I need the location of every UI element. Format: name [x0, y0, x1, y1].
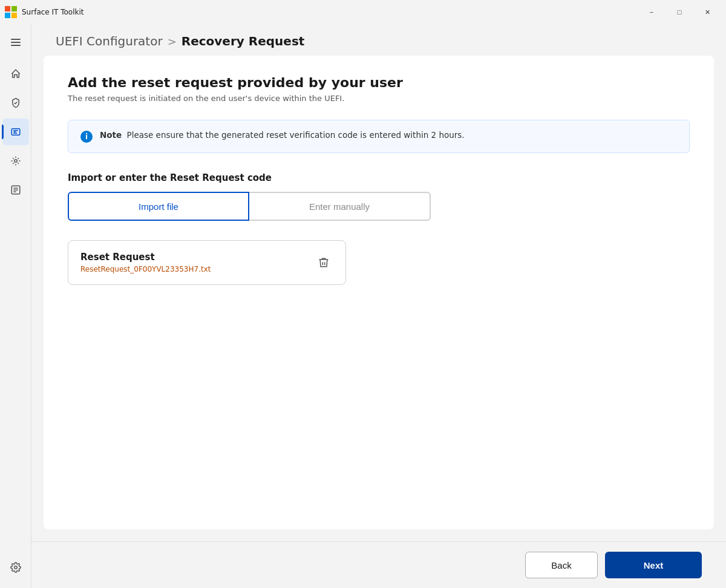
breadcrumb: UEFI Configurator > Recovery Request [56, 34, 702, 48]
import-label: Import or enter the Reset Request code [68, 172, 690, 183]
trash-icon [318, 256, 330, 269]
file-info: Reset Request ResetRequest_0F00YVL23353H… [80, 252, 211, 273]
delete-file-button[interactable] [314, 253, 333, 272]
svg-rect-3 [11, 13, 17, 18]
back-button[interactable]: Back [525, 552, 598, 578]
info-icon: i [80, 131, 93, 143]
titlebar: Surface IT Toolkit − □ ✕ [0, 0, 726, 24]
maximize-button[interactable]: □ [666, 2, 693, 22]
close-button[interactable]: ✕ [693, 2, 721, 22]
app-shell: UEFI Configurator > Recovery Request Add… [0, 24, 726, 588]
sidebar-item-reports[interactable] [2, 177, 29, 203]
sidebar-item-home[interactable] [2, 60, 29, 87]
sidebar [0, 24, 31, 588]
minimize-button[interactable]: − [638, 2, 666, 22]
page-header: UEFI Configurator > Recovery Request [31, 24, 726, 56]
content-area: Add the reset request provided by your u… [44, 56, 714, 529]
section-subtitle: The reset request is initiated on the en… [68, 94, 690, 103]
section-title: Add the reset request provided by your u… [68, 75, 690, 90]
svg-rect-0 [5, 6, 10, 11]
note-box: i Note Please ensure that the generated … [68, 120, 690, 153]
svg-point-7 [14, 566, 17, 569]
file-card: Reset Request ResetRequest_0F00YVL23353H… [68, 240, 346, 285]
active-indicator [2, 125, 4, 139]
import-file-button[interactable]: Import file [68, 192, 249, 221]
app-icon [5, 6, 17, 18]
breadcrumb-parent: UEFI Configurator [56, 34, 163, 48]
enter-manually-button[interactable]: Enter manually [249, 192, 431, 221]
note-content: Please ensure that the generated reset v… [126, 130, 464, 140]
sidebar-item-menu[interactable] [2, 29, 29, 56]
file-card-title: Reset Request [80, 252, 211, 263]
toggle-buttons: Import file Enter manually [68, 192, 690, 221]
svg-rect-2 [5, 13, 10, 18]
breadcrumb-current: Recovery Request [182, 34, 305, 48]
main: UEFI Configurator > Recovery Request Add… [31, 24, 726, 588]
sidebar-item-deploy[interactable] [2, 148, 29, 174]
sidebar-item-settings[interactable] [2, 554, 29, 581]
sidebar-item-updates[interactable] [2, 90, 29, 116]
note-label: Note [100, 130, 122, 140]
svg-rect-1 [11, 6, 17, 11]
hamburger-icon [11, 39, 21, 46]
titlebar-title: Surface IT Toolkit [22, 8, 84, 16]
breadcrumb-separator: > [168, 35, 177, 48]
file-card-filename: ResetRequest_0F00YVL23353H7.txt [80, 265, 211, 273]
next-button[interactable]: Next [605, 552, 702, 578]
bottom-bar: Back Next [31, 541, 726, 588]
titlebar-left: Surface IT Toolkit [5, 6, 84, 18]
sidebar-item-uefi[interactable] [2, 119, 29, 145]
svg-point-5 [14, 160, 17, 163]
note-text: Note Please ensure that the generated re… [100, 130, 465, 140]
titlebar-controls: − □ ✕ [638, 2, 721, 22]
